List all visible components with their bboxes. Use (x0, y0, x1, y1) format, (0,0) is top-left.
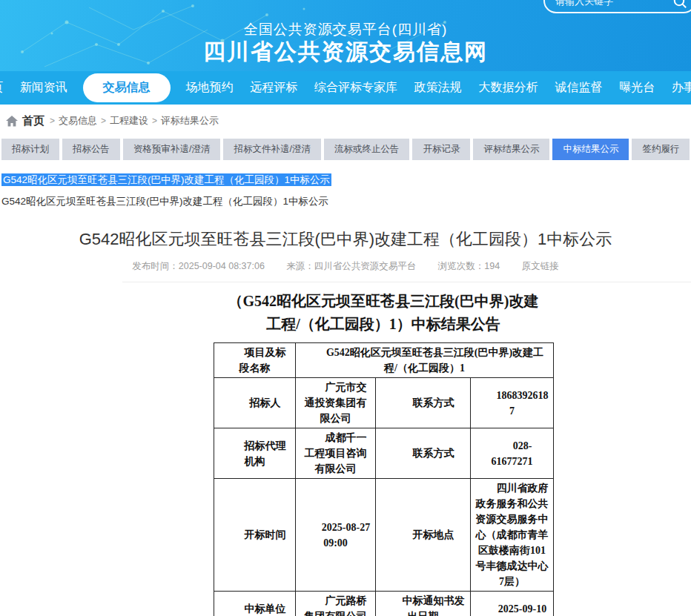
cell-winner-value: 广元路桥集团有限公司 (296, 592, 376, 616)
cell-opening-place-label: 开标地点 (376, 479, 471, 592)
nav-item-home[interactable]: 首页 (0, 77, 4, 99)
tab-failed-terminated[interactable]: 流标或终止公告 (324, 139, 410, 160)
tab-bid-doc-addendum[interactable]: 招标文件补遗/澄清 (223, 139, 320, 160)
cell-tenderer-label: 招标人 (214, 378, 296, 428)
main-nav: 首页 新闻资讯 交易信息 场地预约 远程评标 综合评标专家库 政策法规 大数据分… (0, 71, 691, 105)
cell-opening-time-value: 2025-08-27 09:00 (296, 479, 376, 592)
page: 全国公共资源交易平台(四川省) 四川省公共资源交易信息网 首页 新闻资讯 交易信… (0, 0, 691, 616)
category-tabs: 招标计划 招标公告 资格预审补遗/澄清 招标文件补遗/澄清 流标或终止公告 开标… (0, 139, 691, 160)
list-item-selected-text[interactable]: G542昭化区元坝至旺苍县三江段(巴中界)改建工程（化工园段）1中标公示 (1, 173, 331, 186)
cell-agency-value: 成都千一工程项目咨询有限公司 (296, 428, 376, 479)
cell-agency-contact-label: 联系方式 (376, 428, 471, 479)
breadcrumb-separator: > (50, 116, 55, 126)
cell-winner-label: 中标单位 (214, 592, 296, 616)
breadcrumb: 首页 > 交易信息 > 工程建设 > 评标结果公示 (0, 105, 691, 137)
nav-item-venue-booking[interactable]: 场地预约 (184, 77, 234, 99)
cell-contact-value: 18683926187 (471, 378, 554, 428)
cell-agency-contact-value: 028-61677271 (471, 428, 554, 479)
breadcrumb-trade-info[interactable]: 交易信息 (59, 114, 97, 127)
home-icon[interactable] (6, 116, 18, 127)
list-item-selected[interactable]: G542昭化区元坝至旺苍县三江段(巴中界)改建工程（化工园段）1中标公示 (1, 173, 691, 187)
tab-bid-opening-record[interactable]: 开标记录 (412, 139, 470, 160)
cell-tenderer-value: 广元市交通投资集团有限公司 (296, 378, 376, 428)
cell-notice-date-label: 中标通知书发出日期 (376, 592, 471, 616)
breadcrumb-eval-results[interactable]: 评标结果公示 (161, 114, 219, 127)
nav-item-services[interactable]: 办事服务 (670, 77, 691, 99)
search-icon[interactable] (673, 0, 687, 12)
list-item[interactable]: G542昭化区元坝至旺苍县三江段(巴中界)改建工程（化工园段）1中标公示 (1, 195, 328, 208)
cell-project-label: 项目及标段名称 (214, 343, 296, 378)
cell-project-value: G542昭化区元坝至旺苍县三江段(巴中界)改建工程/（化工园段）1 (296, 343, 554, 378)
nav-item-trade-info[interactable]: 交易信息 (83, 73, 171, 102)
content-divider (122, 282, 691, 282)
announcement-document: （G542昭化区元坝至旺苍县三江段(巴中界)改建工程/（化工园段）1）中标结果公… (214, 290, 553, 616)
cell-contact-label: 联系方式 (376, 378, 471, 428)
nav-item-integrity[interactable]: 诚信监督 (553, 77, 604, 99)
page-title: G542昭化区元坝至旺苍县三江段(巴中界)改建工程（化工园段）1中标公示 (0, 228, 691, 251)
cell-notice-date-value: 2025-09-10 (471, 592, 554, 616)
table-row: 招标代理机构 成都千一工程项目咨询有限公司 联系方式 028-61677271 (214, 428, 554, 479)
tab-prequalification-addendum[interactable]: 资格预审补遗/澄清 (123, 139, 220, 160)
table-row: 项目及标段名称 G542昭化区元坝至旺苍县三江段(巴中界)改建工程/（化工园段）… (214, 343, 554, 378)
tab-award-results[interactable]: 中标结果公示 (552, 139, 629, 160)
source: 来源：四川省公共资源交易平台 (286, 261, 416, 271)
tab-bid-plan[interactable]: 招标计划 (1, 139, 59, 160)
tab-contract-performance[interactable]: 签约履行 (632, 139, 690, 160)
table-row: 开标时间 2025-08-27 09:00 开标地点 四川省政府政务服务和公共资… (214, 479, 554, 592)
search-box[interactable] (543, 0, 691, 13)
view-count: 浏览次数：194 (438, 261, 500, 271)
cell-agency-label: 招标代理机构 (214, 428, 296, 479)
breadcrumb-separator: > (101, 116, 106, 126)
search-input[interactable] (545, 0, 662, 7)
original-link[interactable]: 原文链接 (522, 261, 559, 271)
nav-item-expert-pool[interactable]: 综合评标专家库 (313, 77, 399, 99)
site-title: 四川省公共资源交易信息网 (0, 37, 691, 67)
document-title: （G542昭化区元坝至旺苍县三江段(巴中界)改建工程/（化工园段）1）中标结果公… (225, 290, 541, 336)
cell-opening-time-label: 开标时间 (214, 479, 296, 592)
breadcrumb-engineering[interactable]: 工程建设 (110, 114, 148, 127)
tab-bid-announcement[interactable]: 招标公告 (62, 139, 120, 160)
tab-evaluation-results[interactable]: 评标结果公示 (473, 139, 549, 160)
breadcrumb-home[interactable]: 首页 (22, 114, 44, 128)
site-header: 全国公共资源交易平台(四川省) 四川省公共资源交易信息网 (0, 0, 691, 71)
publish-time: 发布时间：2025-09-04 08:37:06 (132, 261, 265, 271)
nav-item-big-data[interactable]: 大数据分析 (477, 77, 540, 99)
breadcrumb-separator: > (152, 116, 157, 126)
table-row: 招标人 广元市交通投资集团有限公司 联系方式 18683926187 (214, 378, 554, 428)
article-meta: 发布时间：2025-09-04 08:37:06 来源：四川省公共资源交易平台 … (0, 260, 691, 273)
nav-item-remote-evaluation[interactable]: 远程评标 (248, 77, 299, 99)
nav-item-policy[interactable]: 政策法规 (413, 77, 463, 99)
table-row: 中标单位 广元路桥集团有限公司 中标通知书发出日期 2025-09-10 (214, 592, 554, 616)
nav-item-news[interactable]: 新闻资讯 (19, 77, 69, 99)
result-list: G542昭化区元坝至旺苍县三江段(巴中界)改建工程（化工园段）1中标公示 G54… (0, 160, 691, 208)
nav-item-exposure[interactable]: 曝光台 (618, 77, 656, 99)
award-result-table: 项目及标段名称 G542昭化区元坝至旺苍县三江段(巴中界)改建工程/（化工园段）… (214, 342, 554, 616)
cell-opening-place-value: 四川省政府政务服务和公共资源交易服务中心（成都市青羊区鼓楼南街101号丰德成达中… (471, 479, 554, 592)
